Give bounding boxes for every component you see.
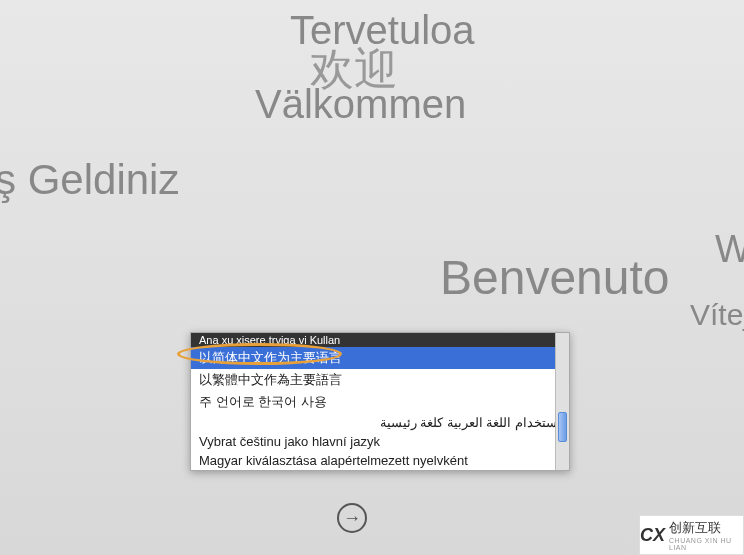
brand-name-cn: 创新互联 (669, 519, 743, 537)
dropdown-item-czech[interactable]: Vybrat češtinu jako hlavní jazyk (191, 432, 569, 451)
welcome-czech-partial: Vítej (690, 298, 744, 332)
welcome-italian: Benvenuto (440, 250, 670, 305)
welcome-swedish: Välkommen (255, 82, 466, 127)
dropdown-item-arabic[interactable]: استخدام اللغة العربية كلغة رئيسية (191, 413, 569, 432)
dropdown-item-partial[interactable]: Ana xu xisere trviga vi Kullan (191, 333, 569, 347)
brand-name-pinyin: CHUANG XIN HU LIAN (669, 537, 743, 551)
brand-logo-icon: CX (640, 525, 665, 546)
dropdown-item-simplified-chinese[interactable]: 以简体中文作为主要语言 (191, 347, 569, 369)
brand-box: CX 创新互联 CHUANG XIN HU LIAN (639, 515, 744, 555)
dropdown-item-traditional-chinese[interactable]: 以繁體中文作為主要語言 (191, 369, 569, 391)
arrow-right-icon: → (343, 508, 361, 529)
welcome-turkish: ş Geldiniz (0, 156, 179, 204)
language-dropdown[interactable]: Ana xu xisere trviga vi Kullan 以简体中文作为主要… (190, 332, 570, 471)
dropdown-scroll-thumb[interactable] (558, 412, 567, 442)
next-button[interactable]: → (337, 503, 367, 533)
dropdown-item-hungarian[interactable]: Magyar kiválasztása alapértelmezett nyel… (191, 451, 569, 470)
welcome-polish-partial: Wi (715, 228, 744, 271)
dropdown-scrollbar[interactable] (555, 333, 569, 470)
dropdown-item-korean[interactable]: 주 언어로 한국어 사용 (191, 391, 569, 413)
